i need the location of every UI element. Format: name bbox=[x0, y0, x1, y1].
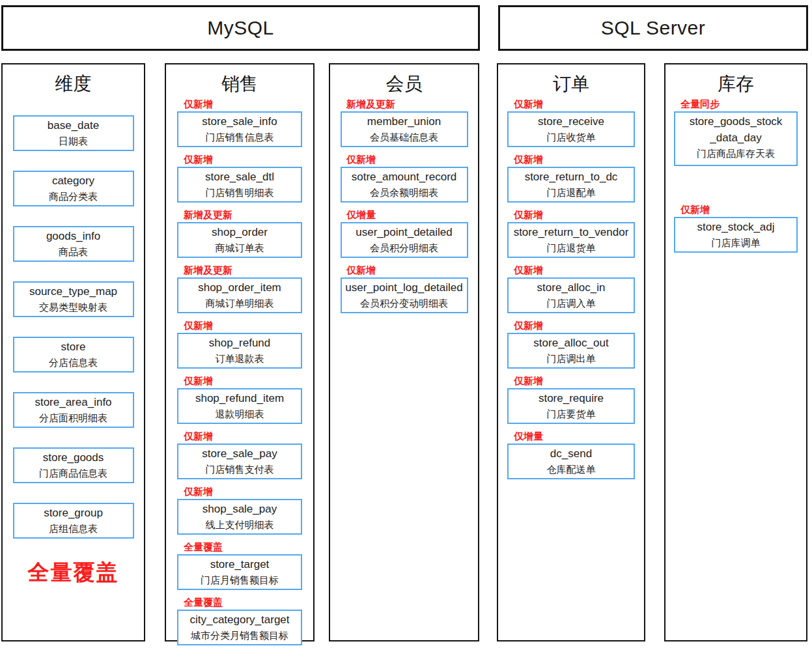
sync-mode-label: 仅新增 bbox=[514, 209, 644, 220]
column-title-dimension: 维度 bbox=[3, 71, 144, 97]
table-entry: 仅增量dc_send仓库配送单 bbox=[498, 430, 644, 479]
table-label-cn: 退款明细表 bbox=[182, 406, 298, 422]
sync-mode-label: 仅新增 bbox=[514, 154, 644, 165]
table-box: shop_order_item商城订单明细表 bbox=[177, 277, 302, 313]
table-entry: store_group店组信息表 bbox=[3, 503, 144, 539]
table-label-cn: 门店商品库存天表 bbox=[679, 146, 793, 162]
table-box: shop_refund_item退款明细表 bbox=[177, 388, 302, 424]
table-box: user_point_detailed会员积分明细表 bbox=[341, 222, 468, 258]
table-box: category商品分类表 bbox=[13, 171, 134, 206]
table-box: store_return_to_dc门店退配单 bbox=[507, 167, 635, 203]
table-entry: 全量覆盖city_category_target城市分类月销售额目标 bbox=[166, 597, 313, 645]
sync-mode-label: 仅新增 bbox=[514, 264, 644, 275]
table-entry: store_goods门店商品信息表 bbox=[3, 447, 144, 483]
table-name: category bbox=[18, 173, 130, 189]
table-label-cn: 线上支付明细表 bbox=[182, 517, 298, 533]
column-title-sales: 销售 bbox=[166, 71, 313, 97]
sync-mode-label: 仅新增 bbox=[514, 375, 644, 386]
table-name: sotre_amount_record bbox=[345, 169, 464, 185]
db-group-sqlserver: SQL Server bbox=[498, 5, 808, 51]
table-name: user_point_detailed bbox=[345, 224, 464, 240]
sync-mode-label: 新增及更新 bbox=[184, 209, 313, 220]
sync-mode-label: 仅新增 bbox=[184, 98, 313, 109]
table-label-cn: 日期表 bbox=[18, 134, 130, 149]
table-label-cn: 商城订单表 bbox=[182, 240, 298, 256]
table-label-cn: 门店退货单 bbox=[512, 240, 630, 256]
table-box: source_type_map交易类型映射表 bbox=[13, 281, 134, 317]
sync-mode-label: 仅新增 bbox=[514, 320, 644, 331]
table-label-cn: 仓库配送单 bbox=[512, 462, 630, 477]
table-name: shop_sale_pay bbox=[182, 501, 298, 517]
table-entry: 仅新增store_stock_adj门店库调单 bbox=[665, 204, 806, 253]
table-box: store_stock_adj门店库调单 bbox=[674, 217, 798, 253]
sync-mode-label: 仅新增 bbox=[346, 264, 478, 275]
table-entry: 仅增量user_point_detailed会员积分明细表 bbox=[330, 209, 478, 258]
table-box: store_receive门店收货单 bbox=[507, 111, 635, 147]
table-box: store分店信息表 bbox=[13, 337, 134, 373]
table-name: member_union bbox=[345, 113, 464, 130]
table-box: store_alloc_out门店调出单 bbox=[507, 333, 635, 369]
table-entry: 仅新增store_return_to_vendor门店退货单 bbox=[498, 209, 644, 258]
table-label-cn: 会员余额明细表 bbox=[345, 185, 464, 201]
table-entry: 新增及更新shop_order商城订单表 bbox=[166, 209, 313, 258]
sync-mode-label: 仅新增 bbox=[184, 320, 313, 331]
table-box: store_goods门店商品信息表 bbox=[13, 447, 134, 483]
table-box: goods_info商品表 bbox=[13, 226, 134, 262]
sync-mode-label: 全量覆盖 bbox=[184, 541, 313, 552]
sync-mode-label: 仅新增 bbox=[184, 486, 313, 497]
table-label-cn: 门店要货单 bbox=[512, 406, 630, 422]
table-label-cn: 会员积分明细表 bbox=[345, 240, 464, 256]
column-title-order: 订单 bbox=[498, 71, 644, 97]
table-name: store_alloc_in bbox=[512, 279, 630, 296]
table-entry: 全量覆盖store_target门店月销售额目标 bbox=[166, 541, 313, 590]
sync-mode-label: 仅增量 bbox=[346, 209, 478, 220]
table-label-cn: 门店退配单 bbox=[512, 185, 630, 201]
table-entry: goods_info商品表 bbox=[3, 226, 144, 262]
table-box: store_return_to_vendor门店退货单 bbox=[507, 222, 635, 258]
table-box: store_target门店月销售额目标 bbox=[177, 554, 302, 590]
table-name: city_category_target bbox=[182, 612, 298, 628]
table-box: store_require门店要货单 bbox=[507, 388, 635, 424]
sync-mode-label: 仅增量 bbox=[514, 430, 644, 442]
table-name: store_goods_stock _data_day bbox=[679, 113, 793, 146]
column-order: 订单 仅新增store_receive门店收货单仅新增store_return_… bbox=[497, 63, 645, 641]
table-box: base_date日期表 bbox=[13, 115, 134, 151]
table-label-cn: 门店调入单 bbox=[512, 296, 630, 311]
table-box: store_alloc_in门店调入单 bbox=[507, 277, 635, 313]
table-entry: 仅新增store_return_to_dc门店退配单 bbox=[498, 154, 644, 203]
table-entry: 仅新增store_sale_pay门店销售支付表 bbox=[166, 430, 313, 479]
table-name: store_return_to_dc bbox=[512, 169, 630, 185]
table-name: shop_refund_item bbox=[182, 390, 298, 406]
table-box: store_sale_pay门店销售支付表 bbox=[177, 444, 302, 479]
table-label-cn: 分店面积明细表 bbox=[18, 410, 130, 426]
table-label-cn: 会员积分变动明细表 bbox=[345, 296, 464, 311]
table-name: store_return_to_vendor bbox=[512, 224, 630, 240]
table-entry: store_area_info分店面积明细表 bbox=[3, 392, 144, 428]
table-box: store_sale_info门店销售信息表 bbox=[177, 111, 302, 147]
column-body: 新增及更新member_union会员基础信息表仅新增sotre_amount_… bbox=[330, 98, 478, 313]
table-box: sotre_amount_record会员余额明细表 bbox=[341, 167, 468, 203]
table-entry: source_type_map交易类型映射表 bbox=[3, 281, 144, 317]
table-label-cn: 商品表 bbox=[18, 244, 130, 260]
table-entry: 仅新增store_sale_info门店销售信息表 bbox=[166, 98, 313, 147]
full-overwrite-note: 全量覆盖 bbox=[3, 558, 144, 587]
table-entry: base_date日期表 bbox=[3, 115, 144, 151]
column-title-stock: 库存 bbox=[665, 71, 806, 97]
table-name: store_sale_info bbox=[182, 113, 298, 130]
table-label-cn: 店组信息表 bbox=[18, 521, 130, 537]
table-box: member_union会员基础信息表 bbox=[341, 111, 468, 147]
sync-mode-label: 全量同步 bbox=[680, 98, 806, 109]
table-entry: 仅新增store_sale_dtl门店销售明细表 bbox=[166, 154, 313, 203]
column-body: 仅新增store_sale_info门店销售信息表仅新增store_sale_d… bbox=[166, 98, 313, 645]
table-label-cn: 门店销售信息表 bbox=[182, 130, 298, 145]
column-dimension: 维度 base_date日期表category商品分类表goods_info商品… bbox=[1, 63, 145, 641]
table-name: store_require bbox=[512, 390, 630, 406]
table-name: shop_refund bbox=[182, 335, 298, 351]
table-entry: 仅新增store_alloc_in门店调入单 bbox=[498, 264, 644, 313]
table-label-cn: 商品分类表 bbox=[18, 189, 130, 204]
sync-mode-label: 新增及更新 bbox=[346, 98, 478, 109]
table-label-cn: 订单退款表 bbox=[182, 351, 298, 367]
table-name: user_point_log_detailed bbox=[345, 279, 464, 296]
table-entry: 仅新增store_alloc_out门店调出单 bbox=[498, 320, 644, 369]
table-entry: category商品分类表 bbox=[3, 171, 144, 206]
